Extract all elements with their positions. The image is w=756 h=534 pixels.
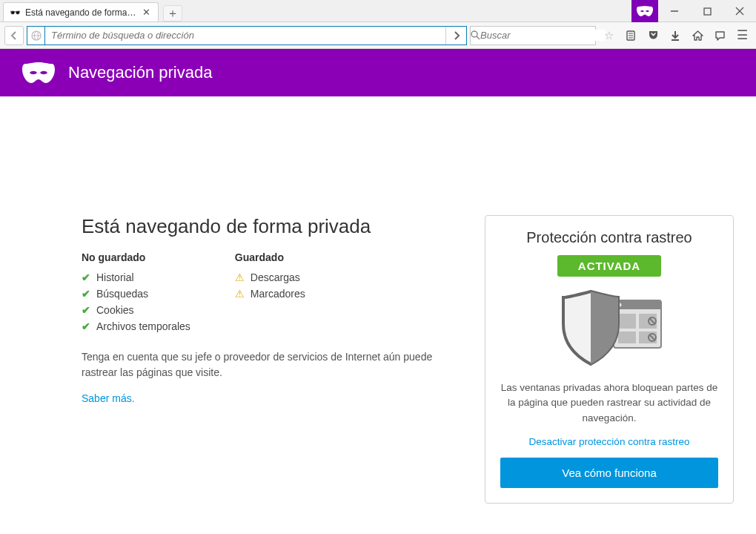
tab-close-icon[interactable]: ✕ <box>141 7 152 18</box>
maximize-button[interactable] <box>691 0 723 22</box>
saved-column: Guardado ⚠Descargas ⚠Marcadores <box>235 251 305 334</box>
tab-title: Está navegando de forma ... <box>25 7 136 18</box>
page-heading: Está navegando de forma privada <box>82 215 467 238</box>
tracking-card: Protección contra rastreo ACTIVADA <box>485 215 734 504</box>
tab-strip: 🕶️ Está navegando de forma ... ✕ ＋ <box>0 0 756 22</box>
svg-rect-1 <box>704 8 711 15</box>
close-window-button[interactable] <box>723 0 756 22</box>
svg-rect-19 <box>618 332 636 343</box>
nav-toolbar: ☆ ☰ <box>0 22 756 49</box>
svg-line-8 <box>477 36 480 39</box>
menu-button[interactable]: ☰ <box>732 26 752 45</box>
go-button[interactable] <box>445 27 466 44</box>
disable-tracking-link[interactable]: Desactivar protección contra rastreo <box>500 436 718 447</box>
site-identity-icon[interactable] <box>27 27 45 44</box>
check-icon: ✔ <box>82 320 90 332</box>
card-description: Las ventanas privadas ahora bloquean par… <box>500 380 718 426</box>
list-item: ✔Cookies <box>82 302 190 318</box>
search-bar[interactable] <box>470 26 596 45</box>
list-item: ⚠Marcadores <box>235 286 305 302</box>
mask-icon <box>637 6 653 16</box>
how-it-works-button[interactable]: Vea cómo funciona <box>500 458 718 488</box>
list-item: ✔Búsquedas <box>82 286 190 302</box>
url-bar[interactable] <box>27 26 467 45</box>
arrow-left-icon <box>10 31 19 40</box>
not-saved-column: No guardado ✔Historial ✔Búsquedas ✔Cooki… <box>82 251 190 334</box>
warning-icon: ⚠ <box>235 271 245 283</box>
downloads-icon[interactable] <box>666 26 685 45</box>
chat-icon[interactable] <box>710 26 729 45</box>
private-banner: Navegación privada <box>0 49 756 96</box>
learn-more-link[interactable]: Saber más. <box>82 392 135 404</box>
window-controls <box>658 0 756 22</box>
bookmark-star-icon[interactable]: ☆ <box>599 26 618 45</box>
minimize-button[interactable] <box>658 0 691 22</box>
saved-heading: Guardado <box>235 251 305 263</box>
list-item: ✔Archivos temporales <box>82 318 190 334</box>
reader-view-icon[interactable] <box>621 26 640 45</box>
search-icon <box>471 30 480 40</box>
new-tab-button[interactable]: ＋ <box>163 5 182 22</box>
list-item: ✔Historial <box>82 269 190 286</box>
pocket-icon[interactable] <box>643 26 663 45</box>
svg-point-7 <box>471 31 477 37</box>
status-badge: ACTIVADA <box>557 255 661 277</box>
svg-rect-17 <box>618 314 636 329</box>
not-saved-heading: No guardado <box>82 251 190 263</box>
banner-title: Navegación privada <box>68 63 212 82</box>
browser-tab[interactable]: 🕶️ Está navegando de forma ... ✕ <box>3 2 159 22</box>
back-button[interactable] <box>4 26 24 45</box>
privacy-note: Tenga en cuenta que su jefe o proveedor … <box>82 349 467 380</box>
tab-favicon-icon: 🕶️ <box>10 7 21 18</box>
private-mode-indicator <box>631 0 658 22</box>
card-title: Protección contra rastreo <box>500 229 718 246</box>
page-content: Está navegando de forma privada No guard… <box>0 96 756 504</box>
list-item: ⚠Descargas <box>235 269 305 286</box>
arrow-right-icon <box>452 31 461 40</box>
check-icon: ✔ <box>82 271 90 283</box>
url-input[interactable] <box>45 30 445 41</box>
home-icon[interactable] <box>688 26 707 45</box>
shield-website-icon <box>550 287 669 369</box>
mask-icon <box>22 62 55 83</box>
check-icon: ✔ <box>82 288 90 300</box>
warning-icon: ⚠ <box>235 288 245 300</box>
info-section: Está navegando de forma privada No guard… <box>82 215 467 405</box>
search-input[interactable] <box>480 30 606 41</box>
check-icon: ✔ <box>82 304 90 316</box>
tracking-illustration <box>500 287 718 369</box>
